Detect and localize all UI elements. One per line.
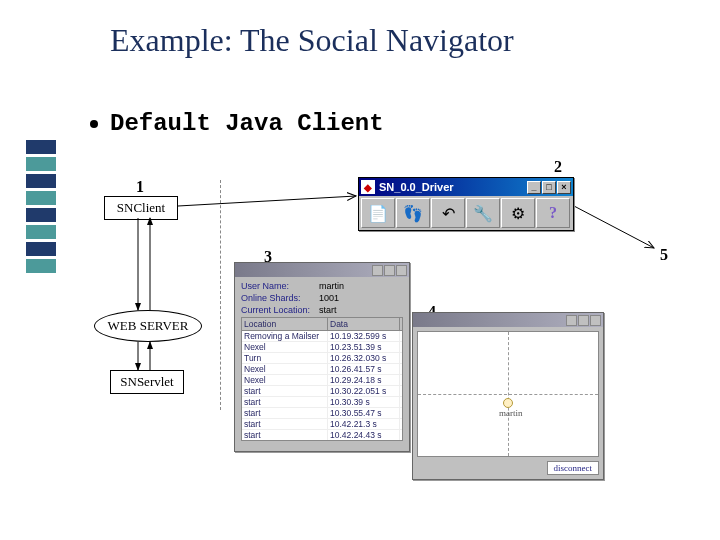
shards-value: 1001 (319, 293, 339, 303)
minimize-button[interactable]: _ (527, 181, 541, 194)
map-person-label: martin (499, 408, 523, 418)
disconnect-button[interactable]: disconnect (547, 461, 600, 475)
footprints-icon[interactable]: 👣 (396, 198, 430, 228)
user-label: User Name: (241, 281, 319, 291)
map-person-icon: martin (499, 398, 517, 418)
info-close-button[interactable] (396, 265, 407, 276)
close-button[interactable]: × (557, 181, 571, 194)
table-body: Removing a Mailser10.19.32.599 s Nexel10… (241, 331, 403, 441)
vertical-dash (220, 180, 221, 410)
table-row: start10.42.21.3 s (242, 419, 402, 430)
slide-decor (26, 140, 56, 280)
table-row: start10.30.55.47 s (242, 408, 402, 419)
snservlet-box: SNServlet (110, 370, 184, 394)
marker-2: 2 (554, 158, 562, 176)
info-titlebar (235, 263, 409, 277)
table-row: Nexel10.29.24.18 s (242, 375, 402, 386)
map-titlebar (413, 313, 603, 327)
svg-line-0 (178, 196, 356, 206)
map-canvas: martin (417, 331, 599, 457)
info-window: User Name:martin Online Shards:1001 Curr… (234, 262, 410, 452)
map-close-button[interactable] (590, 315, 601, 326)
marker-1: 1 (136, 178, 144, 196)
table-row: start10.30.39 s (242, 397, 402, 408)
table-header: Location Data (241, 317, 403, 331)
bullet-row: Default Java Client (90, 110, 384, 137)
col-data: Data (328, 318, 400, 330)
info-max-button[interactable] (384, 265, 395, 276)
bullet-dot (90, 120, 98, 128)
webserver-oval: WEB SERVER (94, 310, 202, 342)
driver-window: ◆ SN_0.0_Driver _ □ × 📄 👣 ↶ 🔧 ⚙ ? (358, 177, 574, 231)
doc-icon[interactable]: 📄 (361, 198, 395, 228)
table-row: start10.30.22.051 s (242, 386, 402, 397)
wrench-icon[interactable]: 🔧 (466, 198, 500, 228)
loc-label: Current Location: (241, 305, 319, 315)
maximize-button[interactable]: □ (542, 181, 556, 194)
back-icon[interactable]: ↶ (431, 198, 465, 228)
user-value: martin (319, 281, 344, 291)
table-row: start10.42.24.43 s (242, 430, 402, 441)
col-location: Location (242, 318, 328, 330)
snclient-label: SNClient (117, 200, 165, 215)
shards-label: Online Shards: (241, 293, 319, 303)
driver-toolbar: 📄 👣 ↶ 🔧 ⚙ ? (359, 196, 573, 230)
table-row: Removing a Mailser10.19.32.599 s (242, 331, 402, 342)
svg-line-5 (574, 206, 654, 248)
driver-title: SN_0.0_Driver (379, 181, 454, 193)
loc-value: start (319, 305, 337, 315)
table-row: Nexel10.23.51.39 s (242, 342, 402, 353)
bullet-text: Default Java Client (110, 110, 384, 137)
slide-title: Example: The Social Navigator (110, 22, 514, 59)
marker-5: 5 (660, 246, 668, 264)
help-icon[interactable]: ? (536, 198, 570, 228)
gear-icon[interactable]: ⚙ (501, 198, 535, 228)
map-axis-v (508, 332, 509, 456)
table-row: Nexel10.26.41.57 s (242, 364, 402, 375)
map-max-button[interactable] (578, 315, 589, 326)
driver-titlebar: ◆ SN_0.0_Driver _ □ × (359, 178, 573, 196)
webserver-label: WEB SERVER (108, 318, 189, 333)
map-min-button[interactable] (566, 315, 577, 326)
snservlet-label: SNServlet (120, 374, 173, 389)
snclient-box: SNClient (104, 196, 178, 220)
app-icon: ◆ (361, 180, 375, 194)
map-window: martin disconnect (412, 312, 604, 480)
table-row: Turn10.26.32.030 s (242, 353, 402, 364)
info-min-button[interactable] (372, 265, 383, 276)
